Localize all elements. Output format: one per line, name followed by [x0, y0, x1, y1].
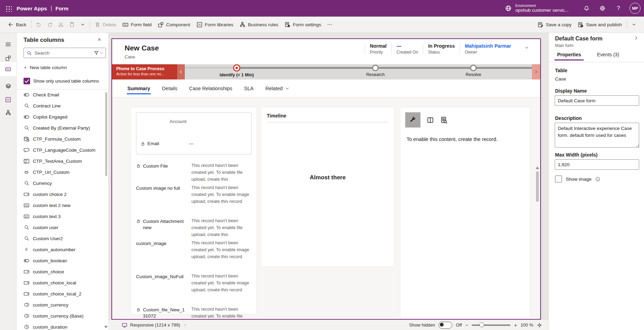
- field-row[interactable]: Custom_image_NoFull This record hasn't b…: [136, 273, 252, 303]
- column-list-item[interactable]: custom_choice_local_2: [17, 288, 109, 299]
- field-row[interactable]: Custom File This record hasn't been crea…: [136, 162, 252, 181]
- field-row[interactable]: Custom Attachment new This record hasn't…: [136, 217, 252, 237]
- timeline-section[interactable]: Timeline Almost there: [261, 107, 394, 267]
- rail-form-libraries-button[interactable]: JS: [0, 93, 16, 106]
- save-options-dropdown[interactable]: [629, 19, 639, 30]
- close-icon[interactable]: ×: [95, 36, 103, 44]
- column-list-item[interactable]: CTP_Formula_Custom: [17, 133, 109, 144]
- redo-button[interactable]: [44, 19, 55, 30]
- scroll-down-arrow-icon[interactable]: [104, 326, 108, 328]
- column-list-item[interactable]: CTP_Url_Custom: [17, 167, 109, 178]
- display-name-input[interactable]: [555, 95, 639, 106]
- column-list-item[interactable]: # custom_autonumber: [17, 244, 109, 255]
- business-rules-button[interactable]: Business rules: [236, 19, 281, 30]
- column-list-item[interactable]: Contract Line: [17, 100, 109, 111]
- zoom-out-button[interactable]: −: [465, 322, 469, 328]
- column-list-item[interactable]: CTP_LanguageCode_Custom: [17, 144, 109, 155]
- column-list-item[interactable]: Check Email: [17, 89, 109, 100]
- waffle-icon[interactable]: [0, 0, 17, 17]
- rail-tree-view-button[interactable]: [0, 79, 16, 93]
- column-list-item[interactable]: custom_boolean: [17, 255, 109, 266]
- properties-tab[interactable]: Properties: [555, 51, 583, 60]
- sidebar-scrollbar[interactable]: [105, 92, 107, 176]
- help-button[interactable]: ?: [611, 1, 625, 15]
- undo-button[interactable]: [33, 19, 44, 30]
- form-tab[interactable]: Details: [157, 79, 182, 97]
- form-preview-card[interactable]: New Case Case Normal Priority --- Create…: [111, 38, 541, 320]
- rail-table-columns-button[interactable]: Abc: [0, 62, 16, 76]
- email-field-row[interactable]: Email ---: [140, 141, 247, 146]
- chevron-down-icon[interactable]: [100, 51, 103, 55]
- book-icon[interactable]: [427, 116, 434, 124]
- column-list-item[interactable]: custom_choice_local: [17, 277, 109, 288]
- column-list-item[interactable]: custom user: [17, 222, 109, 233]
- bpf-next-button[interactable]: [532, 64, 540, 79]
- column-list-item[interactable]: Custom User2: [17, 233, 109, 244]
- header-field[interactable]: Mahipatsinh Parmar Owner: [460, 43, 516, 55]
- form-tab[interactable]: SLA: [239, 79, 258, 97]
- related-section[interactable]: To enable this content, create the recor…: [400, 107, 530, 318]
- column-list-item[interactable]: custom_currency (Base): [17, 310, 109, 321]
- rail-business-rules-button[interactable]: [0, 106, 16, 120]
- scroll-up-arrow-icon[interactable]: [536, 167, 539, 169]
- environment-picker[interactable]: Environment opshub customer servic...: [505, 3, 569, 13]
- component-button[interactable]: Component: [155, 19, 193, 30]
- save-and-publish-button[interactable]: Save and publish: [574, 19, 625, 30]
- bpf-stage[interactable]: Identify (< 1 Min): [220, 64, 254, 77]
- form-tab[interactable]: Summary: [123, 79, 155, 97]
- notifications-button[interactable]: [580, 1, 593, 15]
- column-list-item[interactable]: Abc custom text 3: [17, 211, 109, 222]
- bpf-name-box[interactable]: Phone to Case Process Active for less th…: [112, 64, 177, 79]
- form-tab[interactable]: Related: [261, 79, 294, 97]
- column-list-item[interactable]: custom_choice: [17, 266, 109, 277]
- bpf-stage[interactable]: Research: [366, 64, 385, 77]
- column-list-item[interactable]: Copilot Engaged: [17, 111, 109, 122]
- bpf-stage[interactable]: Resolve: [465, 64, 481, 77]
- more-commands-button[interactable]: [324, 19, 335, 30]
- form-libraries-button[interactable]: JS Form libraries: [193, 19, 237, 30]
- paste-button[interactable]: [66, 19, 78, 30]
- slider-thumb[interactable]: [479, 322, 484, 327]
- expand-panel-chevron-icon[interactable]: [634, 36, 638, 40]
- show-unused-checkbox[interactable]: Show only unused table columns: [24, 78, 99, 84]
- avatar[interactable]: MP: [629, 3, 641, 14]
- new-table-column-button[interactable]: + New table column: [24, 65, 67, 70]
- header-expand-chevron-icon[interactable]: [524, 45, 529, 50]
- back-button[interactable]: Back: [5, 19, 29, 30]
- field-row[interactable]: Custom image no full This record hasn't …: [136, 184, 252, 215]
- description-input[interactable]: Default Interactive experience Case form…: [555, 123, 639, 148]
- filter-icon[interactable]: [94, 50, 99, 56]
- info-icon[interactable]: [595, 177, 600, 182]
- header-field[interactable]: --- Created On: [391, 43, 423, 55]
- properties-tab[interactable]: Events (3): [595, 51, 621, 60]
- form-settings-button[interactable]: Form settings: [281, 19, 324, 30]
- header-field[interactable]: Normal Priority: [365, 43, 391, 55]
- field-row[interactable]: Custom_file_New_131072 This record hasn'…: [136, 306, 252, 318]
- delete-button[interactable]: Delete: [92, 19, 119, 30]
- zoom-in-button[interactable]: +: [514, 322, 517, 328]
- form-tab[interactable]: Case Relationships: [184, 79, 237, 97]
- show-hidden-toggle[interactable]: [438, 322, 452, 329]
- rail-menu-button[interactable]: [0, 37, 16, 51]
- general-section[interactable]: Account Email ---: [131, 107, 257, 314]
- wrench-tool-button[interactable]: [405, 112, 420, 128]
- search-input[interactable]: [34, 50, 89, 56]
- max-width-input[interactable]: [555, 159, 639, 170]
- column-list-item[interactable]: Created By (External Party): [17, 122, 109, 133]
- cut-button[interactable]: [55, 19, 66, 30]
- show-image-checkbox[interactable]: [555, 176, 562, 182]
- canvas-scrollbar[interactable]: [536, 167, 539, 318]
- form-field-button[interactable]: Abc Form field: [119, 19, 155, 30]
- save-a-copy-button[interactable]: Save a copy: [534, 19, 574, 30]
- column-list-item[interactable]: custom_duration: [17, 321, 109, 330]
- field-row[interactable]: custom_image This record hasn't been cre…: [136, 239, 252, 270]
- column-list-item[interactable]: Abcdef CTP_TextArea_Custom: [17, 155, 109, 167]
- column-list-item[interactable]: Abc custom text 2 new: [17, 200, 109, 211]
- device-selector[interactable]: Responsive (1214 x 799): [122, 322, 187, 328]
- scrollbar-thumb[interactable]: [536, 171, 539, 202]
- column-list-item[interactable]: custom choice 2: [17, 189, 109, 200]
- column-list-item[interactable]: custom_currency: [17, 299, 109, 310]
- account-lookup-card[interactable]: Account Email ---: [136, 112, 252, 154]
- bpf-previous-button[interactable]: [177, 64, 185, 79]
- column-list-item[interactable]: Currency: [17, 178, 109, 189]
